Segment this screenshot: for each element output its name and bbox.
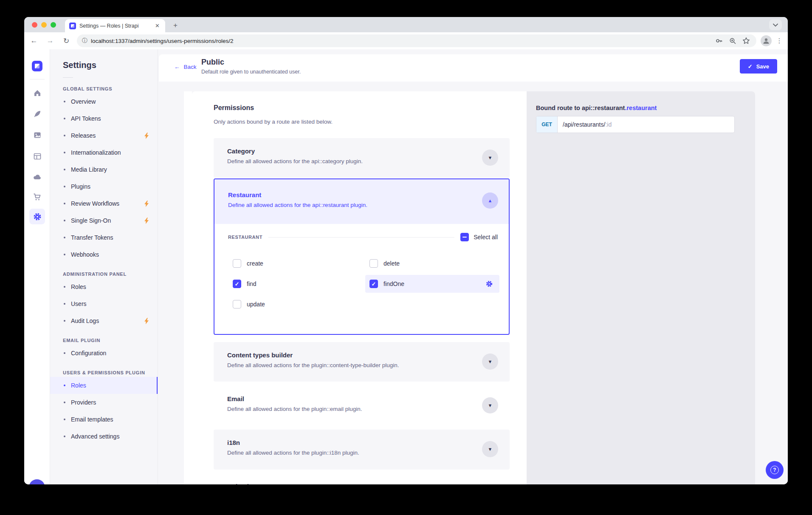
sidebar-item-email-configuration[interactable]: Configuration	[50, 345, 158, 362]
zoom-page-icon[interactable]	[727, 36, 738, 46]
user-avatar[interactable]: KD	[29, 479, 45, 484]
sidebar-item-email-templates[interactable]: Email templates	[50, 411, 158, 428]
page-title: Public	[201, 58, 224, 67]
flash-icon	[144, 201, 149, 207]
content-scrollbar-track[interactable]	[184, 91, 192, 484]
back-link[interactable]: ← Back	[174, 64, 197, 70]
save-button[interactable]: ✓ Save	[740, 59, 777, 74]
bookmark-star-icon[interactable]	[741, 36, 751, 46]
permissions-title: Permissions	[214, 104, 254, 112]
strapi-app: KD Settings GLOBAL SETTINGS Overview API…	[24, 49, 788, 484]
window-controls	[32, 22, 56, 28]
permission-delete[interactable]: delete	[369, 259, 400, 268]
permission-find[interactable]: ✓ find	[233, 280, 257, 288]
bound-route-title: Bound route to api::restaurant.restauran…	[536, 105, 657, 111]
tab-close-icon[interactable]: ✕	[154, 23, 161, 29]
chevron-down-icon[interactable]: ▼	[482, 441, 498, 457]
permission-update[interactable]: update	[233, 300, 265, 308]
select-all-checkbox[interactable]	[460, 233, 469, 241]
http-method-badge: GET	[536, 116, 558, 133]
bound-route-panel: Bound route to api::restaurant.restauran…	[527, 91, 755, 484]
section-global-settings: GLOBAL SETTINGS	[63, 86, 158, 91]
home-icon[interactable]	[32, 88, 42, 98]
accordion-upload[interactable]: Upload ▼	[214, 473, 510, 484]
browser-toolbar: ← → ↻ ⓘ localhost:1337/admin/settings/us…	[24, 32, 788, 49]
accordion-i18n[interactable]: i18n Define all allowed actions for the …	[214, 430, 510, 470]
media-library-icon[interactable]	[32, 130, 42, 140]
chevron-down-icon[interactable]: ▼	[482, 150, 498, 166]
accordion-category[interactable]: Category Define all allowed actions for …	[214, 138, 510, 178]
update-checkbox[interactable]	[233, 300, 241, 308]
close-window-button[interactable]	[32, 22, 37, 28]
back-nav-icon[interactable]: ←	[28, 34, 40, 47]
marketplace-cart-icon[interactable]	[32, 192, 42, 202]
deploy-cloud-icon[interactable]	[32, 172, 42, 182]
flash-icon	[144, 133, 149, 139]
toolbar-right: ⋮	[761, 35, 783, 46]
browser-tab-strip: Settings — Roles | Strapi ✕ +	[24, 17, 788, 32]
chevron-down-icon[interactable]: ▼	[482, 397, 498, 413]
accordion-restaurant-expanded: Restaurant Define all allowed actions fo…	[214, 178, 510, 335]
url-text[interactable]: localhost:1337/admin/settings/users-perm…	[91, 38, 710, 44]
chevron-down-icon[interactable]: ▼	[482, 354, 498, 370]
sidebar-item-admin-users[interactable]: Users	[50, 295, 158, 312]
sidebar-item-releases[interactable]: Releases	[50, 127, 158, 144]
sidebar-item-media-library[interactable]: Media Library	[50, 161, 158, 178]
select-all-control[interactable]: Select all	[460, 233, 498, 241]
permissions-subtitle: Only actions bound by a route are listed…	[214, 119, 333, 125]
settings-gear-icon[interactable]	[29, 209, 45, 224]
findone-checkbox[interactable]: ✓	[369, 280, 378, 288]
reload-icon[interactable]: ↻	[60, 34, 73, 47]
section-email-plugin: EMAIL PLUGIN	[63, 338, 158, 343]
accordion-restaurant-header[interactable]: Restaurant Define all allowed actions fo…	[214, 179, 509, 224]
sidebar-item-transfer-tokens[interactable]: Transfer Tokens	[50, 229, 158, 246]
route-param: :id	[605, 121, 612, 128]
sidebar-item-review-workflows[interactable]: Review Workflows	[50, 195, 158, 212]
permission-create[interactable]: create	[233, 259, 263, 268]
browser-tab[interactable]: Settings — Roles | Strapi ✕	[65, 19, 165, 32]
delete-checkbox[interactable]	[369, 259, 378, 268]
browser-menu-icon[interactable]: ⋮	[776, 37, 783, 45]
findone-settings-gear-icon[interactable]	[485, 280, 493, 288]
sidebar-item-internationalization[interactable]: Internationalization	[50, 144, 158, 161]
help-button[interactable]: ?	[766, 461, 784, 479]
sidebar-item-plugins[interactable]: Plugins	[50, 178, 158, 195]
site-info-icon[interactable]: ⓘ	[82, 37, 87, 45]
sidebar-item-single-sign-on[interactable]: Single Sign-On	[50, 212, 158, 229]
route-path[interactable]: /api/restaurants/:id	[558, 116, 612, 133]
browser-window: Settings — Roles | Strapi ✕ + ← → ↻ ⓘ lo…	[24, 17, 788, 484]
create-checkbox[interactable]	[233, 259, 241, 268]
sidebar-item-providers[interactable]: Providers	[50, 394, 158, 411]
check-icon: ✓	[748, 63, 753, 70]
sidebar-item-up-roles[interactable]: Roles	[50, 377, 158, 394]
tab-title: Settings — Roles | Strapi	[79, 23, 150, 29]
find-checkbox[interactable]: ✓	[233, 280, 241, 288]
sidebar-item-overview[interactable]: Overview	[50, 93, 158, 110]
sidebar-item-audit-logs[interactable]: Audit Logs	[50, 312, 158, 329]
content-manager-feather-icon[interactable]	[32, 108, 42, 119]
forward-nav-icon[interactable]: →	[44, 34, 56, 47]
sidebar-item-api-tokens[interactable]: API Tokens	[50, 110, 158, 127]
route-input[interactable]: GET /api/restaurants/:id	[536, 116, 735, 133]
new-tab-button[interactable]: +	[170, 20, 180, 31]
browser-profile-icon[interactable]	[761, 35, 772, 46]
password-key-icon[interactable]	[714, 36, 724, 46]
content-type-builder-icon[interactable]	[32, 151, 42, 161]
chevron-up-icon[interactable]: ▲	[482, 192, 498, 209]
permission-findone-selected[interactable]: ✓ findOne	[365, 275, 499, 293]
sidebar-item-advanced-settings[interactable]: Advanced settings	[50, 428, 158, 445]
strapi-logo[interactable]	[32, 61, 42, 71]
back-arrow-icon: ←	[174, 64, 180, 70]
accordion-email[interactable]: Email Define all allowed actions for the…	[214, 386, 510, 426]
url-bar[interactable]: ⓘ localhost:1337/admin/settings/users-pe…	[77, 34, 756, 47]
flash-icon	[144, 318, 149, 324]
sidebar-title: Settings	[63, 60, 158, 70]
sidebar-item-admin-roles[interactable]: Roles	[50, 278, 158, 295]
sidebar-title-divider	[63, 77, 73, 78]
sidebar-item-webhooks[interactable]: Webhooks	[50, 246, 158, 263]
zoom-window-button[interactable]	[51, 22, 56, 28]
tab-search-chevron-icon[interactable]	[769, 20, 782, 30]
role-edit-page: ← Back Public Default role given to unau…	[158, 49, 788, 484]
accordion-content-types-builder[interactable]: Content types builder Define all allowed…	[214, 342, 510, 382]
minimize-window-button[interactable]	[41, 22, 47, 28]
